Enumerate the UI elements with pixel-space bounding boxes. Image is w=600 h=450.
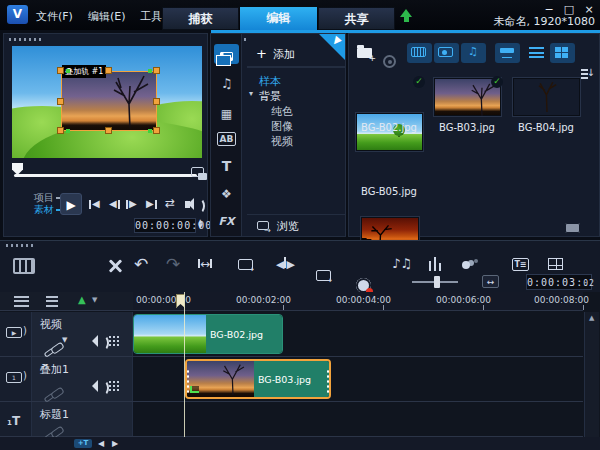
overlay-clip-preview[interactable]: [61, 71, 157, 131]
columns-view-icon[interactable]: [565, 223, 580, 233]
nav-item-image[interactable]: 图像: [271, 119, 293, 134]
record-capture-icon[interactable]: [356, 278, 371, 293]
title-category-icon[interactable]: T: [214, 156, 239, 176]
chevron-down-icon[interactable]: ▼: [92, 296, 97, 304]
import-folder-icon[interactable]: [357, 48, 372, 58]
transition-category-icon[interactable]: AB: [217, 132, 236, 146]
redo-icon[interactable]: ↷: [166, 254, 180, 274]
library-item-name[interactable]: BG-B02.jpg: [349, 122, 429, 133]
resize-handle[interactable]: [105, 67, 112, 74]
video-track-header[interactable]: 视频 ▼: [32, 312, 133, 356]
next-frame-button[interactable]: ▶: [126, 199, 137, 209]
trim-handle-right[interactable]: [326, 369, 330, 395]
distort-handle[interactable]: [148, 129, 152, 133]
zoom-slider-thumb[interactable]: [434, 276, 440, 288]
show-all-tracks-icon[interactable]: [14, 296, 29, 307]
nav-item-solid-color[interactable]: 纯色: [271, 104, 293, 119]
playhead-line[interactable]: [184, 292, 185, 437]
ripple-edit-icon[interactable]: [238, 259, 253, 270]
nav-item-video[interactable]: 视频: [271, 134, 293, 149]
title-track-header[interactable]: 标题1: [32, 402, 133, 436]
resize-handle[interactable]: [153, 67, 160, 74]
grid-view-button[interactable]: [550, 43, 575, 63]
scrubber-track[interactable]: [14, 174, 197, 177]
media-category-icon[interactable]: [214, 44, 239, 64]
library-item-name[interactable]: BG-B03.jpg: [427, 122, 507, 133]
chevron-down-icon[interactable]: ▼: [62, 336, 67, 344]
list-view-icon[interactable]: [529, 47, 544, 58]
trim-icon[interactable]: [316, 270, 331, 281]
library-item-name[interactable]: BG-B05.jpg: [349, 186, 429, 197]
tree-expand-icon[interactable]: ▾: [249, 89, 253, 98]
fit-timeline-button[interactable]: ↔: [482, 275, 499, 288]
resize-handle[interactable]: [153, 98, 160, 105]
go-to-start-button[interactable]: ◀: [89, 199, 100, 209]
add-plus-icon[interactable]: +: [256, 46, 267, 61]
timeline-ruler[interactable]: 00:00:00:00 00:00:02:00 00:00:04:00 00:0…: [133, 292, 583, 311]
scroll-up-icon[interactable]: ▲: [589, 314, 594, 322]
add-track-button[interactable]: +T: [74, 439, 92, 448]
mode-project-button[interactable]: 项目: [34, 192, 61, 203]
track-fx-icon[interactable]: [108, 380, 119, 391]
timeline-clip-bg-b02[interactable]: BG-B02.jpg: [133, 314, 283, 354]
track-manager-icon[interactable]: [548, 258, 563, 270]
previous-frame-button[interactable]: ◀: [109, 199, 120, 209]
filter-photo-button[interactable]: [434, 43, 459, 63]
filter-backgrounds-button[interactable]: [495, 43, 520, 63]
tools-icon[interactable]: [104, 257, 120, 275]
timeline-clip-bg-b03-selected[interactable]: BG-B03.jpg: [185, 359, 331, 399]
menu-tools[interactable]: 工具: [140, 9, 162, 24]
export-up-arrow-icon[interactable]: [400, 9, 412, 22]
resize-handle[interactable]: [153, 127, 160, 134]
distort-handle[interactable]: [148, 69, 152, 73]
tab-share[interactable]: 共享: [318, 7, 395, 30]
audio-category-icon[interactable]: ♫: [214, 74, 239, 94]
timecode-spinner[interactable]: ▲▼: [198, 218, 203, 228]
library-item-name[interactable]: BG-B04.jpg: [506, 122, 586, 133]
scroll-left-icon[interactable]: ◀: [98, 439, 104, 448]
tab-capture[interactable]: 捕获: [162, 7, 239, 30]
nav-item-samples[interactable]: 样本: [259, 74, 281, 89]
panel-drag-handle[interactable]: [6, 244, 36, 247]
sound-mixer-icon[interactable]: ♪♫: [392, 256, 412, 271]
distort-handle[interactable]: [66, 129, 70, 133]
add-label[interactable]: 添加: [273, 47, 295, 62]
mode-clip-button[interactable]: 素材: [34, 204, 61, 215]
split-clip-icon[interactable]: ◀▶: [276, 257, 295, 271]
sort-icon[interactable]: [581, 68, 595, 80]
track-options-icon[interactable]: [46, 296, 58, 307]
subtitle-editor-icon[interactable]: T≡: [512, 258, 529, 271]
go-to-end-button[interactable]: ▶: [146, 199, 157, 209]
filter-video-button[interactable]: [407, 43, 432, 63]
motion-tracking-icon[interactable]: [462, 261, 470, 269]
filter-audio-button[interactable]: ♫: [461, 43, 486, 63]
overlay-category-icon[interactable]: ❖: [214, 184, 239, 204]
menu-edit[interactable]: 编辑(E): [88, 9, 126, 24]
instant-project-category-icon[interactable]: ▦: [214, 104, 239, 124]
play-button[interactable]: ▶: [60, 193, 82, 215]
browse-icon[interactable]: [257, 221, 269, 230]
library-item-thumbnail[interactable]: [513, 78, 580, 116]
track-fx-icon[interactable]: [108, 335, 119, 346]
resize-handle[interactable]: [105, 127, 112, 134]
repeat-button[interactable]: ⇄: [165, 196, 175, 210]
preview-timecode[interactable]: 00:00:00:000: [134, 218, 196, 233]
fit-project-icon[interactable]: ↔: [198, 257, 212, 271]
storyboard-view-icon[interactable]: [13, 258, 35, 274]
volume-icon[interactable]: [185, 201, 190, 208]
timeline-scrollbar[interactable]: ▲: [584, 312, 599, 437]
browse-label[interactable]: 浏览: [277, 219, 299, 234]
menu-file[interactable]: 文件(F): [36, 9, 73, 24]
undo-icon[interactable]: ↶: [134, 254, 148, 274]
trim-handle-left[interactable]: [186, 369, 190, 395]
auto-music-icon[interactable]: [428, 257, 442, 271]
tab-edit[interactable]: 编辑: [240, 7, 317, 30]
project-duration-timecode[interactable]: 0:00:03:02: [526, 274, 592, 290]
nav-group-background[interactable]: 背景: [259, 89, 281, 104]
ripple-insert-icon[interactable]: ▲: [78, 294, 86, 305]
distort-handle[interactable]: [66, 69, 70, 73]
enlarge-preview-icon[interactable]: [191, 167, 204, 177]
resize-handle[interactable]: [57, 98, 64, 105]
filter-category-icon[interactable]: FX: [214, 212, 239, 232]
capture-aperture-icon[interactable]: [383, 55, 396, 68]
